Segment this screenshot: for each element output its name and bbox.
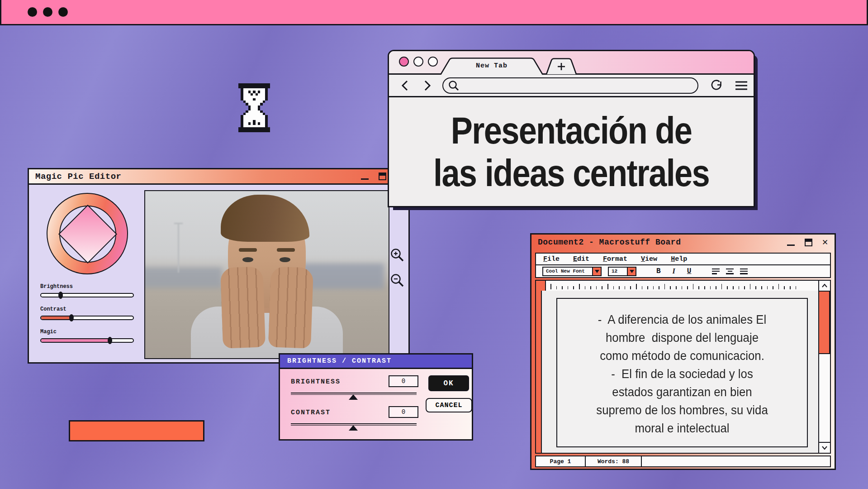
address-bar[interactable] [442,77,698,94]
underline-button[interactable]: U [687,267,692,275]
back-icon[interactable] [400,79,411,92]
new-tab-button[interactable] [545,58,577,75]
menu-view[interactable]: View [641,255,657,263]
menu-format[interactable]: Format [603,255,627,263]
zoom-out-icon[interactable] [389,273,405,288]
dialog-titlebar[interactable]: BRIGHTNESS / CONTRAST [280,355,472,369]
ruler-margin-marker[interactable] [536,281,546,291]
chevron-down-icon[interactable] [593,267,602,276]
contrast-label: CONTRAST [291,409,331,417]
page-area: - A diferencia de los animales El hombre… [542,291,818,453]
window-circle[interactable] [428,57,438,67]
page-text-line: hombre dispone del lenguaje [567,329,797,347]
font-family-value: Cool New Font [542,267,593,276]
browser-content: Presentación de las ideas centrales [389,97,754,206]
align-left-icon[interactable] [712,268,720,274]
dialog-title: BRIGHTNESS / CONTRAST [287,357,392,365]
bold-button[interactable]: B [656,267,661,275]
page-text-line: - El fin de la sociedad y los [567,365,797,383]
tab-new-tab[interactable]: New Tab [440,58,544,75]
slider-thumb[interactable] [58,292,63,299]
page-title-line1: Presentación de [414,109,728,152]
editor-titlebar[interactable]: Magic Pic Editor ✕ [29,169,408,185]
zoom-in-icon[interactable] [389,247,405,263]
align-justify-icon[interactable] [740,268,748,274]
slider-label: Magic [40,329,135,335]
tab-label: New Tab [440,62,544,70]
browser-header[interactable]: New Tab [389,51,754,75]
brightness-slider[interactable]: Brightness [40,283,135,297]
slider-label: Brightness [40,283,135,290]
slider-track[interactable] [40,338,134,343]
slider-thumb[interactable] [69,314,74,321]
slider-track[interactable] [40,316,134,320]
menu-dot-icon[interactable] [43,7,52,17]
menu-hamburger-icon[interactable] [735,80,748,91]
page-text-line: moral e intelectual [567,419,797,437]
slider-thumb-triangle[interactable] [349,394,358,400]
page-text-line: como método de comunicacion. [567,347,797,365]
hourglass-cursor-icon [238,83,270,137]
brightness-value[interactable]: 0 [389,375,418,387]
contrast-value[interactable]: 0 [389,406,418,418]
brightness-label: BRIGHTNESS [291,378,341,386]
slider-track[interactable] [40,293,134,297]
word-count: Words: 88 [586,456,642,466]
font-family-select[interactable]: Cool New Font [542,267,602,276]
reload-icon[interactable] [710,79,724,92]
scroll-up-button[interactable] [818,281,830,291]
slider-thumb-triangle[interactable] [349,425,358,431]
page-title-line2: las ideas centrales [414,152,728,194]
desktop: Magic Pic Editor ✕ Brightness Contrast M… [0,0,868,489]
font-size-select[interactable]: 12 [608,267,636,276]
italic-button[interactable]: I [673,267,675,275]
status-bar: Page 1 Words: 88 [535,455,831,467]
maximize-icon[interactable] [805,239,812,246]
maximize-icon[interactable] [379,173,386,180]
document-titlebar[interactable]: Document2 - Macrostuff Board ✕ [531,235,835,250]
page-text-line: - A diferencia de los animales El [567,311,797,329]
document-content: - A diferencia de los animales El hombre… [535,291,831,454]
close-icon[interactable]: ✕ [822,238,828,247]
menu-edit[interactable]: Edit [573,255,589,263]
menu-dot-icon[interactable] [58,7,68,17]
slider-label: Contrast [40,306,135,312]
minimize-icon[interactable] [787,244,795,246]
document-title: Document2 - Macrostuff Board [538,238,681,247]
ok-button[interactable]: OK [428,375,469,391]
photo-canvas [144,190,389,359]
photo-eyebrow [277,248,295,252]
scrollbar-thumb[interactable] [818,291,830,354]
page-text-line: supremo de los hombres, su vida [567,401,797,419]
menu-file[interactable]: File [543,255,560,263]
menu-bar: File Edit Format View Help [535,253,831,265]
align-center-icon[interactable] [726,268,734,274]
left-gutter [536,291,542,453]
contrast-slider[interactable]: Contrast [40,306,135,320]
window-circle-pink[interactable] [399,57,409,67]
photo-eyebrow [239,248,257,252]
magic-slider[interactable]: Magic [40,329,135,343]
page-indicator: Page 1 [536,456,586,466]
editor-sliders: Brightness Contrast Magic [40,283,135,351]
window-circle[interactable] [413,57,423,67]
menu-help[interactable]: Help [671,255,687,263]
slider-thumb[interactable] [108,337,112,344]
browser-navbar [389,75,754,97]
orange-rectangle [69,420,204,441]
page-text-line: estados garantizan en bien [567,383,797,401]
cancel-button[interactable]: CANCEL [426,398,472,412]
format-toolbar: Cool New Font 12 B I U [535,264,831,278]
chevron-down-icon[interactable] [628,267,636,276]
photo-shirt [191,307,343,359]
scrollbar[interactable] [818,291,830,453]
search-input[interactable] [463,82,680,89]
document-page[interactable]: - A diferencia de los animales El hombre… [556,298,808,447]
search-icon [448,80,460,91]
photo-hand [220,266,266,348]
scroll-down-button[interactable] [819,442,830,453]
minimize-icon[interactable] [361,178,369,180]
magic-pic-editor-window: Magic Pic Editor ✕ Brightness Contrast M… [28,168,410,364]
menu-dot-icon[interactable] [28,7,37,17]
forward-icon[interactable] [422,79,432,92]
